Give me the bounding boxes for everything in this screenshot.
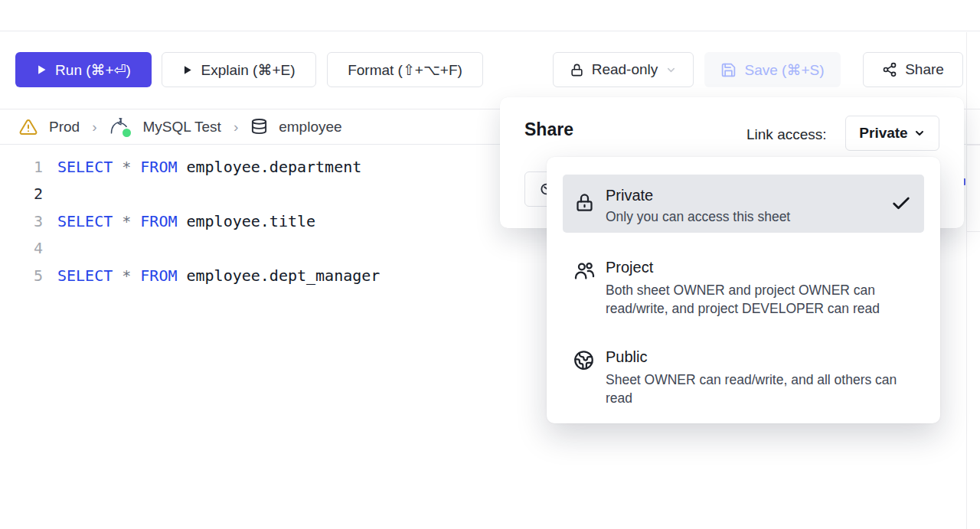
instance-label: MySQL Test xyxy=(142,119,220,136)
warning-triangle-icon xyxy=(18,118,38,136)
option-title: Private xyxy=(606,185,653,205)
database-cylinder-icon xyxy=(250,118,268,136)
option-description: Only you can access this sheet xyxy=(606,208,790,227)
code-line[interactable]: 3 SELECT*FROMemployee.title xyxy=(0,208,498,235)
share-button[interactable]: Share xyxy=(863,52,963,87)
globe-icon xyxy=(573,350,594,374)
option-description: Sheet OWNER can read/write, and all othe… xyxy=(606,371,920,407)
chevron-down-icon xyxy=(913,127,926,139)
save-button[interactable]: Save (⌘+S) xyxy=(704,52,841,87)
option-title: Project xyxy=(606,257,653,277)
right-panel-line xyxy=(966,145,980,145)
lock-icon xyxy=(570,63,584,77)
link-access-dropdown[interactable]: Private xyxy=(845,116,939,151)
breadcrumb-separator: › xyxy=(234,119,238,136)
option-title: Public xyxy=(606,347,647,367)
run-button-label: Run (⌘+⏎) xyxy=(55,61,131,79)
option-description: Both sheet OWNER and project OWNER canre… xyxy=(606,282,920,318)
breadcrumb-item-environment[interactable]: Prod xyxy=(18,118,80,136)
line-number: 1 xyxy=(0,154,43,181)
share-nodes-icon xyxy=(882,62,897,77)
format-button-label: Format (⇧+⌥+F) xyxy=(348,61,462,79)
users-icon xyxy=(573,260,596,286)
menu-option-project[interactable]: Project Both sheet OWNER and project OWN… xyxy=(563,257,924,338)
floppy-disk-icon xyxy=(720,62,737,78)
database-label: employee xyxy=(279,119,341,136)
sql-star: * xyxy=(122,263,131,289)
menu-option-public[interactable]: Public Sheet OWNER can read/write, and a… xyxy=(563,347,924,420)
sql-keyword: FROM xyxy=(140,263,177,289)
sql-keyword: SELECT xyxy=(57,154,113,181)
line-number-active: 2 xyxy=(0,181,43,207)
share-button-label: Share xyxy=(905,61,944,78)
code-line[interactable]: 2 xyxy=(0,181,498,207)
sql-keyword: FROM xyxy=(140,154,177,181)
line-number: 5 xyxy=(0,263,43,289)
play-icon xyxy=(36,64,47,76)
line-number: 4 xyxy=(0,235,43,262)
check-icon xyxy=(890,193,912,217)
link-access-label: Link access: xyxy=(746,126,827,143)
breadcrumb-item-instance[interactable]: MySQL Test xyxy=(109,116,220,138)
run-button[interactable]: Run (⌘+⏎) xyxy=(15,52,152,87)
line-number: 3 xyxy=(0,208,43,235)
lock-icon xyxy=(574,192,595,216)
sql-identifier: employee.department xyxy=(186,154,361,181)
right-panel-line xyxy=(966,231,980,232)
mysql-dolphin-icon xyxy=(109,116,132,138)
sql-keyword: SELECT xyxy=(57,263,113,289)
sql-keyword: SELECT xyxy=(57,208,113,235)
sql-identifier: employee.title xyxy=(186,208,315,235)
environment-label: Prod xyxy=(49,119,80,136)
save-button-label: Save (⌘+S) xyxy=(744,61,824,79)
breadcrumb-item-database[interactable]: employee xyxy=(250,118,341,136)
sql-star: * xyxy=(122,154,131,181)
code-line[interactable]: 4 xyxy=(0,235,498,262)
top-bar xyxy=(0,0,980,31)
play-icon xyxy=(182,64,193,76)
code-line[interactable]: 1 SELECT*FROMemployee.department xyxy=(0,154,498,181)
sql-identifier: employee.dept_manager xyxy=(186,263,380,289)
menu-option-private[interactable]: Private Only you can access this sheet xyxy=(563,175,924,233)
explain-button-label: Explain (⌘+E) xyxy=(201,61,295,79)
readonly-mode-dropdown[interactable]: Read-only xyxy=(553,52,694,87)
link-access-value: Private xyxy=(859,125,907,142)
breadcrumb-separator: › xyxy=(92,119,96,136)
explain-button[interactable]: Explain (⌘+E) xyxy=(162,52,316,87)
share-popover-title: Share xyxy=(524,119,573,140)
sql-star: * xyxy=(122,208,131,235)
readonly-label: Read-only xyxy=(592,61,658,78)
right-panel-divider xyxy=(966,32,967,529)
chevron-down-icon xyxy=(665,64,677,76)
format-button[interactable]: Format (⇧+⌥+F) xyxy=(327,52,483,87)
sql-keyword: FROM xyxy=(140,208,177,235)
code-line[interactable]: 5 SELECT*FROMemployee.dept_manager xyxy=(0,263,498,289)
sql-editor[interactable]: 1 SELECT*FROMemployee.department 2 3 SEL… xyxy=(0,145,498,452)
link-access-menu: Private Only you can access this sheet P… xyxy=(547,157,940,423)
instance-status-dot xyxy=(121,127,132,139)
